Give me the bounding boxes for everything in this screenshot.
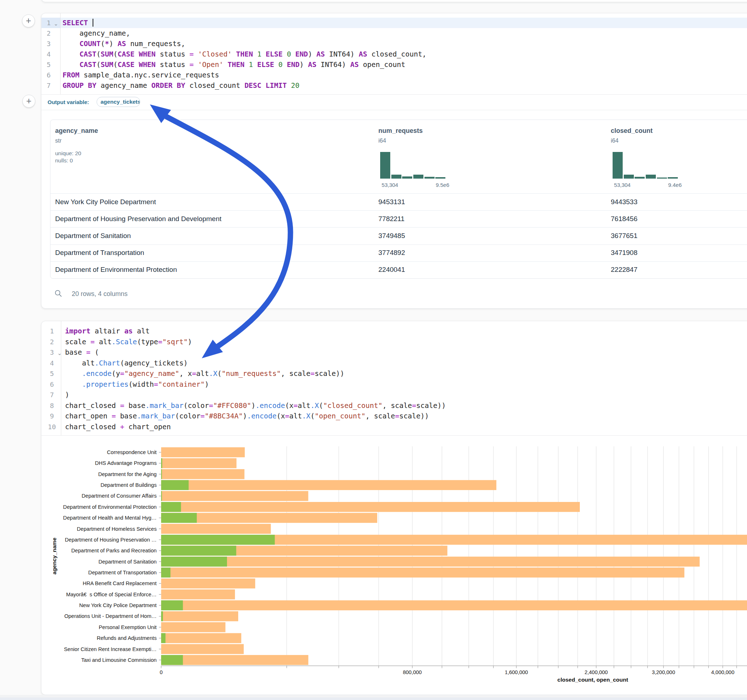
line-number: 3: [41, 39, 59, 49]
y-axis-label: Department of Consumer Affairs: [82, 493, 156, 499]
column-dtype: str: [55, 137, 62, 144]
line-number: 6: [41, 379, 63, 389]
table-cell: 9453131: [378, 198, 405, 206]
y-axis-label: Refunds and Adjustments: [97, 635, 156, 641]
code-line: .properties(width="container"): [65, 379, 209, 389]
y-axis-label: Department of Health and Mental Hyg…: [63, 515, 157, 520]
table-cell: Department of Housing Preservation and D…: [55, 215, 222, 223]
add-cell-button-output[interactable]: +: [22, 95, 35, 108]
line-number: 7: [41, 80, 59, 91]
line-number: 5: [41, 368, 63, 379]
y-axis-label: Department of Environmental Protection: [63, 504, 157, 510]
output-variable-badge[interactable]: agency_tickets: [97, 97, 140, 107]
table-cell: Department of Environmental Protection: [55, 266, 177, 274]
table-cell: Department of Sanitation: [55, 232, 131, 240]
line-number: 8: [41, 400, 63, 411]
histogram-bar: [413, 175, 423, 179]
table-cell: New York City Police Department: [55, 198, 156, 206]
x-axis-tick-label: 0: [160, 669, 163, 675]
code-line: chart_open = base.mark_bar(color="#8BC34…: [65, 411, 429, 421]
column-stat: nulls: 0: [55, 157, 73, 164]
line-number: 6: [41, 70, 59, 80]
y-axis-label: Department of Parks and Recreation: [71, 548, 157, 554]
previous-cell-card: [41, 0, 747, 2]
result-table-header: agency_namestrunique: 20nulls: 0num_requ…: [50, 120, 747, 193]
column-name: closed_count: [611, 127, 653, 135]
x-axis-tick-label: 4,000,000: [711, 669, 734, 675]
line-number: 2: [41, 28, 59, 39]
bar-open: [161, 633, 165, 643]
bar-chart: Correspondence UnitDHS Advantage Program…: [41, 435, 747, 695]
fold-chevron-icon[interactable]: ⌄: [54, 21, 58, 27]
sql-cell-card: 1⌄SELECT 2 agency_name,3 COUNT(*) AS num…: [41, 13, 747, 309]
bar-open: [161, 491, 162, 501]
y-axis-label: DHS Advantage Programs: [95, 460, 157, 466]
bar-open: [161, 567, 171, 578]
line-number: 2: [41, 337, 63, 347]
bar-open: [161, 469, 162, 479]
output-variable-label: Output variable:: [48, 99, 89, 105]
line-number: 4: [41, 49, 59, 59]
python-code-editor[interactable]: 1import altair as alt2scale = alt.Scale(…: [41, 321, 747, 435]
x-axis-tick-label: 800,000: [403, 669, 422, 675]
histogram-bar: [657, 178, 667, 179]
y-axis-label: Department of Homeless Services: [77, 526, 156, 532]
bar-closed: [161, 633, 241, 643]
histogram-bar: [435, 177, 445, 179]
y-axis-label: Mayorâ€ s Office of Special Enforce…: [66, 591, 157, 597]
column-dtype: i64: [378, 137, 386, 144]
column-name: num_requests: [378, 127, 423, 135]
y-axis-label: Department of Transportation: [88, 570, 157, 575]
y-axis-label: Operations Unit - Department of Hom…: [64, 613, 156, 619]
bar-open: [161, 600, 183, 610]
sql-cell-divider-2: [41, 110, 747, 110]
table-cell: 3749485: [378, 232, 405, 240]
histogram-min-label: 53,304: [614, 182, 631, 188]
histogram-bar: [646, 175, 656, 179]
row-separator: [50, 210, 747, 211]
add-cell-button-top[interactable]: +: [22, 14, 35, 27]
bar-open: [161, 502, 181, 512]
code-line: CAST(SUM(CASE WHEN status = 'Closed' THE…: [63, 49, 426, 59]
bar-open: [161, 513, 197, 523]
table-cell: 2240041: [378, 266, 405, 274]
x-axis-title: closed_count, open_count: [558, 677, 628, 683]
bar-open: [161, 459, 162, 468]
row-separator: [50, 261, 747, 262]
search-icon[interactable]: [54, 290, 62, 297]
bar-closed: [161, 524, 271, 534]
histogram-bar: [425, 177, 435, 179]
code-line: import altair as alt: [65, 326, 150, 336]
y-axis-label: Correspondence Unit: [107, 450, 157, 455]
bar-closed: [161, 557, 699, 567]
y-axis-label: Senior Citizen Rent Increase Exempti…: [64, 646, 157, 652]
line-number: 1: [41, 326, 63, 336]
x-axis-tick-label: 2,400,000: [584, 669, 608, 675]
bar-closed: [161, 611, 238, 622]
bar-closed: [161, 459, 236, 468]
sql-code-editor[interactable]: 1⌄SELECT 2 agency_name,3 COUNT(*) AS num…: [41, 13, 747, 94]
table-cell: 3774892: [378, 249, 405, 257]
bar-open: [161, 655, 183, 665]
table-cell: 7618456: [611, 215, 637, 223]
result-table: agency_namestrunique: 20nulls: 0num_requ…: [50, 119, 747, 279]
table-cell: 3471908: [611, 249, 637, 257]
y-axis-label: Department of Buildings: [101, 482, 157, 488]
table-cell: Department of Transportation: [55, 249, 144, 257]
bar-closed: [161, 579, 255, 589]
result-table-body: New York City Police Department945313194…: [50, 193, 747, 278]
bar-closed: [161, 447, 245, 457]
bar-open: [161, 535, 275, 545]
column-dtype: i64: [611, 137, 618, 144]
y-axis-label: Department of Housing Preservation …: [65, 537, 157, 543]
code-line: COUNT(*) AS num_requests,: [63, 39, 186, 49]
histogram-bar: [624, 175, 634, 179]
row-separator: [50, 244, 747, 245]
bar-closed: [161, 590, 235, 599]
y-axis-label: Personal Exemption Unit: [99, 625, 157, 630]
histogram-bar: [668, 177, 678, 179]
histogram-bar: [402, 177, 412, 179]
table-row-count-summary: 20 rows, 4 columns: [72, 290, 127, 298]
fold-chevron-icon[interactable]: ⌄: [57, 350, 62, 356]
bar-closed: [161, 480, 496, 490]
